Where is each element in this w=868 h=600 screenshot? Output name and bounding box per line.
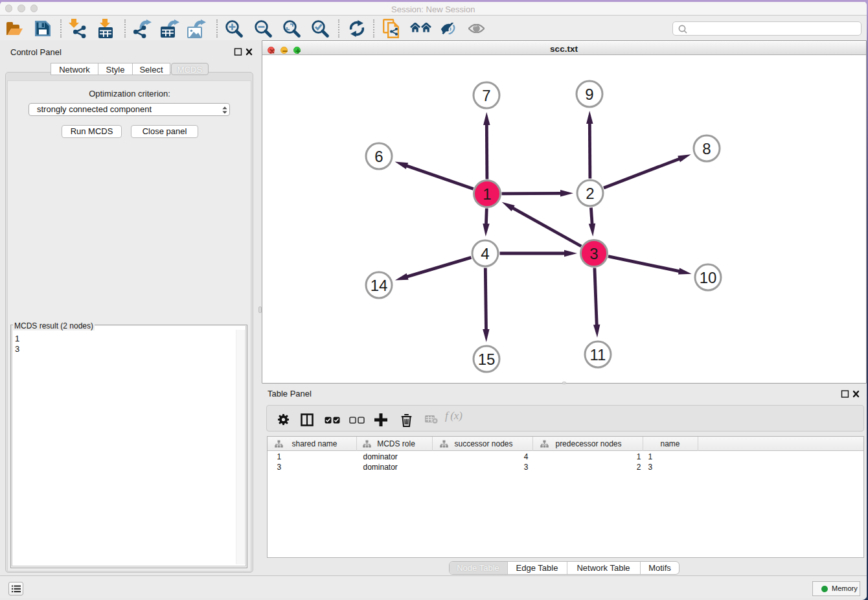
svg-text:9: 9 [585, 86, 593, 103]
svg-text:15: 15 [477, 351, 495, 368]
svg-text:10: 10 [699, 269, 716, 286]
svg-text:f (x): f (x) [445, 410, 463, 422]
svg-text:3: 3 [589, 245, 598, 262]
svg-text:7: 7 [482, 87, 490, 104]
svg-text:8: 8 [702, 140, 711, 157]
svg-text:14: 14 [370, 277, 387, 294]
svg-text:4: 4 [481, 245, 489, 262]
svg-text:2: 2 [586, 185, 594, 202]
svg-text:6: 6 [374, 148, 383, 165]
svg-text:11: 11 [589, 346, 606, 363]
svg-text:1: 1 [483, 185, 491, 203]
